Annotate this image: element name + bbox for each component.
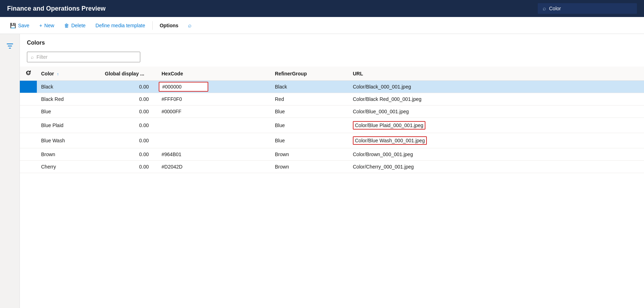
col-hex-label: HexCode [162,71,183,76]
top-bar: Finance and Operations Preview ⌕ [0,0,644,17]
save-button[interactable]: 💾 Save [6,21,34,30]
refresh-icon [26,70,31,76]
url-highlight: Color/Blue Plaid_000_001.jpeg [353,121,425,130]
table-container: Color ↑ Global display ... HexCode Refin… [20,67,644,308]
cell-url: Color/Brown_000_001.jpeg [349,148,644,161]
cell-global-display: 0.00 [101,93,157,105]
col-header-color[interactable]: Color ↑ [37,67,101,81]
cell-hexcode: #D2042D [157,161,271,173]
row-indicator [20,133,37,148]
table-row[interactable]: Blue Wash0.00BlueColor/Blue Wash_000_001… [20,133,644,148]
cell-global-display: 0.00 [101,81,157,93]
new-icon: + [39,23,42,28]
cell-refiner-group: Brown [271,148,349,161]
cell-refiner-group: Blue [271,118,349,133]
cell-url: Color/Blue Plaid_000_001.jpeg [349,118,644,133]
filter-icon [6,42,13,50]
cell-hexcode: #0000FF [157,105,271,118]
filter-input-wrap[interactable]: ⌕ [27,52,140,62]
panel-title: Colors [20,34,644,49]
cell-url: Color/Blue Wash_000_001.jpeg [349,133,644,148]
col-url-label: URL [353,71,363,76]
data-table: Color ↑ Global display ... HexCode Refin… [20,67,644,173]
save-label: Save [18,23,29,28]
toolbar: 💾 Save + New 🗑 Delete Define media templ… [0,17,644,34]
row-indicator [20,105,37,118]
cell-hexcode[interactable] [157,81,271,93]
cell-hexcode [157,133,271,148]
main-panel: Colors ⌕ Color [20,34,644,308]
cell-global-display: 0.00 [101,105,157,118]
row-indicator [20,148,37,161]
col-refresh[interactable] [20,67,37,81]
col-header-global[interactable]: Global display ... [101,67,157,81]
hex-input-wrap [159,82,208,92]
cell-url: Color/Blue_000_001.jpeg [349,105,644,118]
row-indicator [20,93,37,105]
table-row[interactable]: Brown0.00#964B01BrownColor/Brown_000_001… [20,148,644,161]
cell-refiner-group: Red [271,93,349,105]
define-media-label: Define media template [96,23,145,28]
content-area: Colors ⌕ Color [0,34,644,308]
cell-color: Blue [37,105,101,118]
cell-color: Brown [37,148,101,161]
col-global-label: Global display ... [105,71,144,76]
cell-color: Cherry [37,161,101,173]
new-label: New [44,23,54,28]
cell-hexcode: #964B01 [157,148,271,161]
table-row[interactable]: Blue Plaid0.00BlueColor/Blue Plaid_000_0… [20,118,644,133]
col-header-hex[interactable]: HexCode [157,67,271,81]
options-button[interactable]: Options [156,21,183,30]
cell-refiner-group: Black [271,81,349,93]
filter-row: ⌕ [20,49,644,67]
table-row[interactable]: Cherry0.00#D2042DBrownColor/Cherry_000_0… [20,161,644,173]
cell-refiner-group: Brown [271,161,349,173]
table-row[interactable]: Black0.00BlackColor/Black_000_001.jpeg [20,81,644,93]
cell-global-display: 0.00 [101,161,157,173]
cell-global-display: 0.00 [101,148,157,161]
table-header-row: Color ↑ Global display ... HexCode Refin… [20,67,644,81]
cell-url: Color/Black_000_001.jpeg [349,81,644,93]
col-header-url[interactable]: URL [349,67,644,81]
options-label: Options [160,23,179,28]
cell-global-display: 0.00 [101,133,157,148]
filter-search-icon: ⌕ [31,54,34,60]
cell-color: Black Red [37,93,101,105]
cell-url: Color/Cherry_000_001.jpeg [349,161,644,173]
delete-icon: 🗑 [64,23,69,28]
top-search-icon: ⌕ [543,5,546,12]
delete-label: Delete [71,23,85,28]
cell-refiner-group: Blue [271,133,349,148]
delete-button[interactable]: 🗑 Delete [60,21,90,30]
new-button[interactable]: + New [35,21,58,30]
top-search-box[interactable]: ⌕ [538,3,637,14]
row-indicator [20,81,37,93]
cell-color: Black [37,81,101,93]
table-row[interactable]: Blue0.00#0000FFBlueColor/Blue_000_001.jp… [20,105,644,118]
filter-button[interactable] [4,40,16,54]
define-media-button[interactable]: Define media template [91,21,149,30]
toolbar-search-button[interactable]: ⌕ [184,20,196,31]
top-search-input[interactable] [549,6,632,11]
col-header-refiner[interactable]: RefinerGroup [271,67,349,81]
cell-hexcode [157,118,271,133]
cell-refiner-group: Blue [271,105,349,118]
url-highlight: Color/Blue Wash_000_001.jpeg [353,136,427,145]
app-title: Finance and Operations Preview [7,5,106,12]
toolbar-search-icon: ⌕ [188,22,192,29]
cell-global-display: 0.00 [101,118,157,133]
col-refiner-label: RefinerGroup [275,71,307,76]
filter-input[interactable] [36,54,136,60]
col-color-label: Color [41,71,54,76]
left-sidebar [0,34,20,308]
cell-hexcode: #FFF0F0 [157,93,271,105]
table-row[interactable]: Black Red0.00#FFF0F0RedColor/Black Red_0… [20,93,644,105]
row-indicator [20,161,37,173]
cell-color: Blue Plaid [37,118,101,133]
save-icon: 💾 [10,23,16,28]
sort-icon: ↑ [57,72,59,76]
hex-input[interactable] [162,84,205,90]
cell-url: Color/Black Red_000_001.jpeg [349,93,644,105]
table-body: Black0.00BlackColor/Black_000_001.jpegBl… [20,81,644,173]
cell-color: Blue Wash [37,133,101,148]
